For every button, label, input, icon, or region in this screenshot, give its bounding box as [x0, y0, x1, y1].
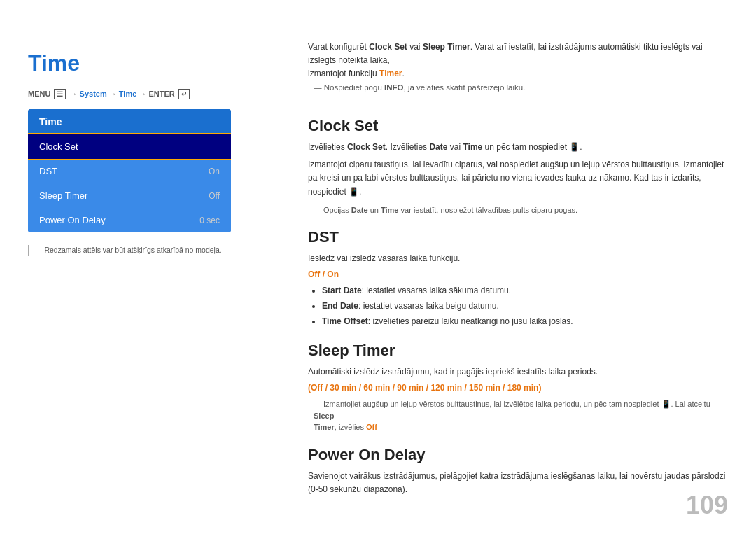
menu-system: System — [80, 90, 107, 98]
section-power-on-delay-title: Power On Delay — [308, 446, 728, 464]
sidebar-power-on-delay-label: Power On Delay — [39, 215, 106, 225]
enter-icon: ↵ — [178, 89, 190, 99]
page-number: 109 — [686, 491, 728, 520]
sidebar-clock-set-label: Clock Set — [39, 141, 78, 152]
section-clock-set: Clock Set Izvēlieties Clock Set. Izvēlie… — [308, 117, 728, 216]
section-clock-set-body1: Izvēlieties Clock Set. Izvēlieties Date … — [308, 141, 728, 154]
section-dst-body: Ieslēdz vai izslēdz vasaras laika funkci… — [308, 252, 728, 265]
menu-time: Time — [119, 90, 136, 98]
left-note: — Redzamais attēls var būt atšķirīgs atk… — [28, 245, 280, 256]
section-clock-set-note: — Opcijas Date un Time var iestatīt, nos… — [308, 204, 728, 216]
intro-note: — Nospiediet pogu INFO, ja vēlaties skat… — [308, 81, 728, 94]
section-dst-bullets: Start Date: iestatiet vasaras laika sāku… — [322, 283, 728, 329]
intro-body: Varat konfigurēt Clock Set vai Sleep Tim… — [308, 41, 728, 81]
section-power-on-delay-body: Savienojot vairākus izstrādājumus, pielā… — [308, 470, 728, 496]
menu-path: MENU ☰ → System → Time → ENTER ↵ — [28, 89, 280, 99]
top-divider — [28, 34, 728, 34]
dst-bullet-end: End Date: iestatiet vasaras laika beigu … — [322, 299, 728, 314]
left-panel: Time MENU ☰ → System → Time → ENTER ↵ Ti… — [28, 41, 280, 256]
sidebar-sleep-timer-label: Sleep Timer — [39, 190, 88, 201]
section-clock-set-title: Clock Set — [308, 117, 728, 135]
section-dst-title: DST — [308, 228, 728, 246]
sidebar-menu: Time Clock Set DST On Sleep Timer Off Po… — [28, 109, 231, 232]
sidebar-sleep-timer-value: Off — [209, 191, 220, 201]
menu-prefix: MENU — [28, 90, 52, 98]
sidebar-item-dst[interactable]: DST On — [28, 159, 231, 183]
left-note-text: — Redzamais attēls var būt atšķirīgs atk… — [35, 246, 222, 254]
sidebar-item-clock-set[interactable]: Clock Set — [28, 134, 231, 159]
section-dst: DST Ieslēdz vai izslēdz vasaras laika fu… — [308, 228, 728, 329]
section-power-on-delay: Power On Delay Savienojot vairākus izstr… — [308, 446, 728, 496]
sidebar-dst-value: On — [209, 167, 220, 176]
sidebar-item-sleep-timer[interactable]: Sleep Timer Off — [28, 183, 231, 208]
menu-icon: ☰ — [54, 89, 66, 99]
menu-arrow2: → — [109, 90, 119, 98]
page-title: Time — [28, 50, 280, 76]
dst-bullet-start: Start Date: iestatiet vasaras laika sāku… — [322, 283, 728, 299]
sidebar-power-on-delay-value: 0 sec — [200, 216, 220, 225]
section-dst-options: Off / On — [308, 269, 728, 279]
menu-arrow1: → — [70, 90, 80, 98]
sidebar-dst-label: DST — [39, 166, 57, 176]
dst-bullet-offset: Time Offset: izvēlieties pareizu laiku n… — [322, 314, 728, 330]
right-panel: Varat konfigurēt Clock Set vai Sleep Tim… — [308, 41, 728, 500]
intro-section: Varat konfigurēt Clock Set vai Sleep Tim… — [308, 41, 728, 104]
sidebar-item-power-on-delay[interactable]: Power On Delay 0 sec — [28, 208, 231, 232]
menu-arrow3: → ENTER — [139, 90, 176, 98]
sidebar-header: Time — [28, 109, 231, 134]
section-sleep-timer: Sleep Timer Automātiski izslēdz izstrādā… — [308, 342, 728, 433]
section-sleep-timer-note: — Izmantojiet augšup un lejup vērstos bu… — [308, 398, 728, 433]
section-sleep-timer-options: (Off / 30 min / 60 min / 90 min / 120 mi… — [308, 383, 728, 393]
section-sleep-timer-body: Automātiski izslēdz izstrādājumu, kad ir… — [308, 365, 728, 379]
section-clock-set-body2: Izmantojot ciparu taustiņus, lai ievadīt… — [308, 158, 728, 199]
section-sleep-timer-title: Sleep Timer — [308, 342, 728, 360]
